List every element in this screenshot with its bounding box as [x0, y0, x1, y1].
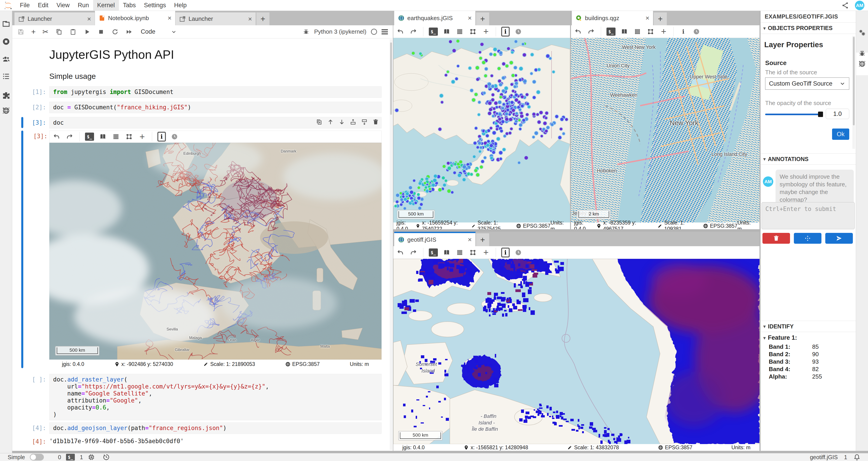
- geotiff-map[interactable]: 500 km SomersetIsland- BaffinIsland -Île…: [393, 259, 760, 444]
- extensions-icon[interactable]: [2, 91, 10, 99]
- code-cell-3[interactable]: [3]: doc: [23, 117, 381, 129]
- close-icon[interactable]: ×: [468, 236, 472, 243]
- redo-icon[interactable]: [65, 132, 74, 141]
- submit-annotation-button[interactable]: [825, 233, 853, 244]
- earthquakes-map[interactable]: 500 km: [393, 38, 570, 223]
- interrupt-kernel-icon[interactable]: [97, 28, 105, 35]
- redo-icon[interactable]: [587, 27, 595, 36]
- redo-icon[interactable]: [409, 27, 418, 36]
- table-of-contents-icon[interactable]: [2, 72, 10, 80]
- grid-layer-icon[interactable]: [456, 27, 464, 36]
- add-layer-icon[interactable]: +: [482, 248, 490, 257]
- running-sessions-icon[interactable]: [2, 37, 10, 45]
- close-icon[interactable]: ×: [645, 15, 649, 22]
- identify-header[interactable]: ▾ IDENTIFY: [761, 321, 856, 332]
- undo-icon[interactable]: [574, 27, 582, 36]
- code-cell-1[interactable]: [1]: from jupytergis import GISDocument: [23, 86, 381, 98]
- buildings-map[interactable]: 2 km West New YorkUnion CityWeehawkenHob…: [571, 38, 760, 223]
- basemap-icon[interactable]: [620, 27, 629, 36]
- annotations-header[interactable]: ▾ ANNOTATIONS: [761, 153, 856, 165]
- menu-kernel[interactable]: Kernel: [93, 0, 119, 11]
- cell-editor[interactable]: doc.add_raster_layer( url="https://mt1.g…: [49, 374, 381, 420]
- console-icon[interactable]: $_: [429, 28, 438, 36]
- insert-cell-below-icon[interactable]: [361, 119, 368, 125]
- terminals-count[interactable]: 0: [58, 454, 61, 461]
- kernels-count[interactable]: 1: [80, 454, 83, 461]
- extent-icon[interactable]: [646, 27, 655, 36]
- cut-cell-icon[interactable]: ✂: [42, 28, 49, 35]
- center-annotation-button[interactable]: [794, 233, 822, 244]
- tab-buildings[interactable]: buildings.qgz ×: [572, 11, 653, 25]
- notebook-scrollbar[interactable]: [390, 39, 393, 450]
- tab-launcher-1[interactable]: Launcher ×: [14, 12, 95, 25]
- code-cell-5[interactable]: [4]: doc.add_geojson_layer(path="france_…: [23, 422, 381, 434]
- move-cell-up-icon[interactable]: [327, 119, 334, 125]
- temporal-controller-icon[interactable]: [514, 248, 523, 257]
- cell-type-select[interactable]: Code: [141, 28, 177, 35]
- close-icon[interactable]: ×: [167, 15, 172, 22]
- france-map[interactable]: 500 km EdinburghDanmarkSevillaMalagaGibr…: [49, 143, 381, 360]
- close-icon[interactable]: ×: [248, 15, 252, 22]
- menu-view[interactable]: View: [53, 0, 74, 11]
- tab-earthquakes[interactable]: earthquakes.jGIS ×: [394, 11, 475, 25]
- undo-icon[interactable]: [52, 132, 61, 141]
- paste-cell-icon[interactable]: [69, 28, 76, 35]
- console-icon[interactable]: $_: [429, 249, 438, 257]
- insert-cell-above-icon[interactable]: [350, 119, 356, 125]
- avatar[interactable]: AM: [855, 1, 864, 10]
- extent-icon[interactable]: [469, 248, 477, 257]
- current-file-label[interactable]: geotiff.jGIS: [810, 454, 838, 461]
- kernel-name[interactable]: Python 3 (ipykernel): [314, 28, 366, 35]
- cell-editor[interactable]: doc.add_geojson_layer(path="france_regio…: [49, 422, 381, 434]
- add-layer-icon[interactable]: +: [659, 27, 668, 36]
- add-layer-icon[interactable]: +: [482, 27, 490, 36]
- menu-file[interactable]: File: [16, 0, 34, 11]
- terminal-badge-icon[interactable]: $_: [66, 454, 75, 461]
- grid-layer-icon[interactable]: [633, 27, 642, 36]
- grid-layer-icon[interactable]: [112, 132, 120, 141]
- menu-settings[interactable]: Settings: [140, 0, 170, 11]
- objects-properties-header[interactable]: ▾ OBJECTS PROPERTIES: [761, 23, 856, 34]
- basemap-icon[interactable]: [442, 27, 451, 36]
- annotation-input[interactable]: Ctrl+Enter to submit: [762, 202, 855, 229]
- menu-tabs[interactable]: Tabs: [119, 0, 140, 11]
- history-icon[interactable]: [103, 454, 110, 461]
- console-icon[interactable]: $_: [607, 28, 616, 36]
- move-cell-down-icon[interactable]: [339, 119, 345, 125]
- menu-run[interactable]: Run: [74, 0, 93, 11]
- identify-icon[interactable]: i: [501, 248, 509, 257]
- insert-cell-icon[interactable]: +: [31, 28, 36, 35]
- new-tab-button[interactable]: +: [476, 233, 489, 246]
- restart-run-all-icon[interactable]: [125, 28, 133, 35]
- identify-icon[interactable]: i: [158, 132, 166, 141]
- bell-icon[interactable]: [854, 454, 860, 461]
- code-cell-4[interactable]: [ ]: doc.add_raster_layer( url="https://…: [23, 374, 381, 420]
- new-tab-button[interactable]: +: [256, 12, 270, 25]
- jupytergis-panel-icon[interactable]: [858, 60, 866, 68]
- jupytergis-icon[interactable]: [2, 107, 10, 115]
- menu-edit[interactable]: Edit: [34, 0, 53, 11]
- collaboration-icon[interactable]: [2, 55, 10, 63]
- redo-icon[interactable]: [409, 248, 418, 257]
- new-tab-button[interactable]: +: [476, 12, 489, 25]
- restart-kernel-icon[interactable]: [112, 28, 119, 35]
- opacity-value-input[interactable]: 1.0: [826, 109, 849, 119]
- console-icon[interactable]: $_: [85, 133, 94, 141]
- delete-cell-icon[interactable]: [373, 119, 379, 125]
- extent-icon[interactable]: [469, 27, 477, 36]
- identify-icon[interactable]: i: [501, 27, 509, 36]
- temporal-controller-icon[interactable]: [170, 132, 179, 141]
- basemap-icon[interactable]: [442, 248, 451, 257]
- close-icon[interactable]: ×: [87, 15, 91, 22]
- new-tab-button[interactable]: +: [654, 12, 667, 25]
- slider-thumb[interactable]: [818, 111, 823, 117]
- delete-annotation-button[interactable]: [763, 233, 790, 244]
- identify-icon[interactable]: i: [679, 27, 688, 36]
- basemap-icon[interactable]: [98, 132, 107, 141]
- tab-geotiff[interactable]: geotiff.jGIS ×: [394, 232, 475, 246]
- tab-notebook[interactable]: Notebook.ipynb ×: [95, 11, 176, 25]
- menu-help[interactable]: Help: [170, 0, 191, 11]
- simple-mode-toggle[interactable]: [30, 454, 44, 461]
- save-icon[interactable]: [17, 28, 24, 35]
- opacity-slider[interactable]: [765, 113, 822, 115]
